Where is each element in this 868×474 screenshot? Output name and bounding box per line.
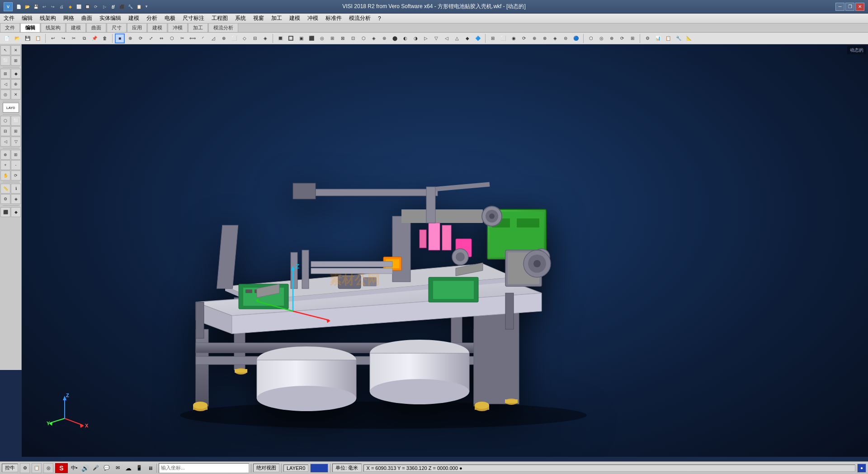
tb-redo[interactable]: ↪ [58, 33, 68, 43]
menu-stamp[interactable]: 冲模 [304, 14, 322, 23]
tb-wp3[interactable]: ⊕ [607, 33, 617, 43]
tab-stamp[interactable]: 冲模 [168, 23, 188, 32]
tb-sys4[interactable]: 🔧 [674, 33, 684, 43]
tab-moldflow[interactable]: 模流分析 [208, 23, 238, 32]
tb-view4[interactable]: ⟳ [519, 33, 529, 43]
tb-scale[interactable]: ⤢ [146, 33, 156, 43]
minimize-button[interactable]: ─ [835, 3, 844, 11]
side-snap-point[interactable]: ◆ [11, 69, 21, 79]
tab-curve[interactable]: 曲面 [86, 23, 106, 32]
tb-icon5[interactable]: ▷ [100, 3, 108, 11]
menu-analysis[interactable]: 分析 [143, 14, 161, 23]
side-rotate-view[interactable]: ⟳ [11, 171, 21, 180]
tb-save[interactable]: 💾 [23, 33, 33, 43]
tb-img14[interactable]: ◑ [410, 33, 420, 43]
status-icon-2[interactable]: 📋 [32, 463, 42, 473]
tb-icon2[interactable]: ⬜ [75, 3, 83, 11]
side-solid1[interactable]: ⬛ [0, 207, 10, 217]
side-zoom-in[interactable]: + [0, 160, 10, 170]
menu-standard[interactable]: 标准件 [322, 14, 345, 23]
tb-img1[interactable]: 🔳 [275, 33, 285, 43]
tb-boolean[interactable]: ⊕ [219, 33, 229, 43]
tb-img15[interactable]: ▷ [421, 33, 431, 43]
print-icon[interactable]: 🖨 [57, 3, 66, 11]
side-snap-intersect[interactable]: ✕ [11, 90, 21, 100]
side-zoom-out[interactable]: - [11, 160, 21, 170]
tb-view1[interactable]: ⊞ [488, 33, 498, 43]
tb-thicken[interactable]: ⊟ [250, 33, 260, 43]
tb-wp4[interactable]: ⟳ [617, 33, 627, 43]
tb-img10[interactable]: ◈ [369, 33, 379, 43]
tab-build[interactable]: 建模 [66, 23, 86, 32]
tb-icon6[interactable]: ⬛ [118, 3, 126, 11]
tb-img5[interactable]: ◎ [317, 33, 327, 43]
side-view-front[interactable]: ⬜ [11, 116, 21, 126]
side-select[interactable]: ↖ [0, 45, 10, 55]
side-window-select[interactable]: ⬜ [0, 56, 10, 66]
tb-saveas[interactable]: 📋 [33, 33, 43, 43]
tb-sys2[interactable]: 📊 [653, 33, 663, 43]
open-icon[interactable]: 📂 [23, 3, 31, 11]
tab-file[interactable]: 文件 [0, 23, 20, 32]
side-view-back[interactable]: ◁ [0, 137, 10, 147]
tb-icon8[interactable]: 📋 [135, 3, 143, 11]
tab-machining[interactable]: 加工 [188, 23, 208, 32]
tb-fillet[interactable]: ◜ [198, 33, 208, 43]
menu-build[interactable]: 建模 [125, 14, 143, 23]
tb-img18[interactable]: △ [452, 33, 462, 43]
save-icon[interactable]: 💾 [32, 3, 40, 11]
tb-view9[interactable]: 🔵 [571, 33, 581, 43]
status-icon-1[interactable]: ⚙ [20, 463, 30, 473]
tb-paste[interactable]: 📌 [90, 33, 99, 43]
side-view-right[interactable]: ⊞ [11, 126, 21, 136]
menu-wireframe[interactable]: 线架构 [36, 14, 60, 23]
status-icon-8[interactable]: ✉ [113, 464, 122, 473]
menu-electric[interactable]: 电极 [161, 14, 179, 23]
restore-button[interactable]: ❐ [845, 3, 854, 11]
side-deselect[interactable]: ✕ [11, 45, 21, 55]
status-icon-5[interactable]: 🔊 [80, 464, 90, 473]
menu-solid-edit[interactable]: 实体编辑 [96, 14, 125, 23]
tb-offset[interactable]: ⬡ [167, 33, 177, 43]
menu-help[interactable]: ? [374, 14, 385, 23]
side-snap-end[interactable]: ◁ [0, 79, 10, 89]
side-info[interactable]: ℹ [11, 184, 21, 194]
menu-view[interactable]: 视窗 [250, 14, 268, 23]
quick-access-dropdown[interactable]: ▼ [145, 5, 148, 9]
tb-icon4[interactable]: ⟳ [92, 3, 100, 11]
tb-icon1[interactable]: ◆ [66, 3, 74, 11]
tb-icon7[interactable]: 🔧 [126, 3, 134, 11]
tb-view8[interactable]: ⊜ [561, 33, 571, 43]
menu-mold[interactable]: 建模 [286, 14, 304, 23]
tb-img13[interactable]: ◐ [400, 33, 410, 43]
status-icon-9[interactable]: ☁ [124, 464, 133, 473]
tb-img16[interactable]: ▽ [431, 33, 441, 43]
tb-img4[interactable]: ⬛ [307, 33, 316, 43]
tb-img12[interactable]: ⬤ [390, 33, 400, 43]
tb-cut[interactable]: ✂ [69, 33, 79, 43]
tb-wp2[interactable]: ◎ [596, 33, 606, 43]
tb-solid-op[interactable]: ◈ [260, 33, 270, 43]
tb-img7[interactable]: ⊠ [338, 33, 348, 43]
menu-grid[interactable]: 网格 [60, 14, 78, 23]
tb-shell[interactable]: ⬜ [229, 33, 239, 43]
color-swatch[interactable] [310, 464, 328, 473]
status-icon-4[interactable]: 中• [70, 464, 79, 473]
menu-engineering[interactable]: 工程图 [208, 14, 231, 23]
menu-file[interactable]: 文件 [0, 14, 18, 23]
tb-open[interactable]: 📂 [12, 33, 22, 43]
menu-surface[interactable]: 曲面 [78, 14, 96, 23]
side-snap-mid[interactable]: ⊕ [11, 79, 21, 89]
status-icon-10[interactable]: 📱 [135, 464, 144, 473]
side-layer-box[interactable]: LAY0 [3, 103, 19, 113]
tb-extend[interactable]: ⟺ [188, 33, 198, 43]
tb-view5[interactable]: ⊕ [529, 33, 539, 43]
tb-view2[interactable]: ⬜ [498, 33, 508, 43]
menu-system[interactable]: 系统 [231, 14, 250, 23]
tb-chamfer[interactable]: ◿ [208, 33, 218, 43]
tb-move[interactable]: ⊕ [125, 33, 135, 43]
status-icon-3[interactable]: ◎ [43, 463, 53, 473]
tb-sys1[interactable]: ⚙ [642, 33, 652, 43]
tb-img9[interactable]: ⬡ [359, 33, 368, 43]
new-icon[interactable]: 📄 [14, 3, 23, 11]
